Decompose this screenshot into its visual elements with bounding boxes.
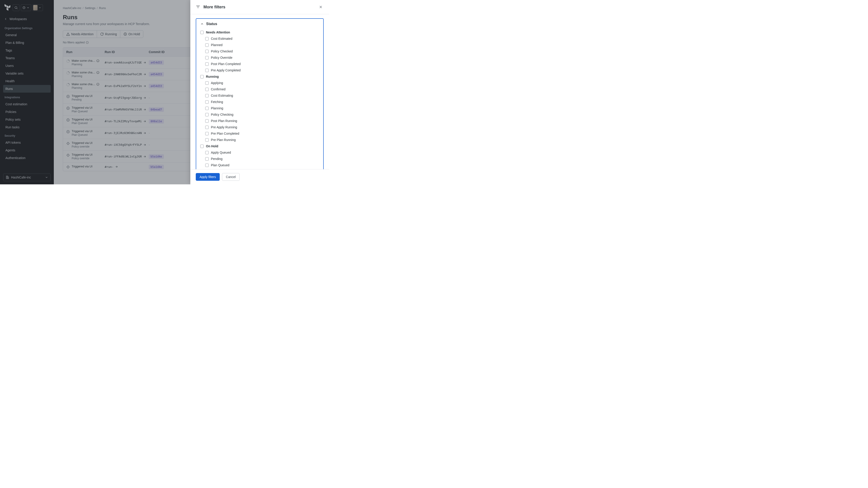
checkbox[interactable]: [205, 164, 209, 167]
close-icon[interactable]: [318, 4, 324, 10]
checkbox[interactable]: [205, 37, 209, 40]
checkbox[interactable]: [205, 94, 209, 97]
filter-icon: [196, 5, 200, 9]
filter-pending[interactable]: Pending: [200, 156, 319, 162]
checkbox[interactable]: [205, 151, 209, 154]
checkbox[interactable]: [200, 144, 204, 148]
filter-on-hold[interactable]: On Hold: [200, 143, 319, 149]
filter-policy-checking[interactable]: Policy Checking: [200, 111, 319, 118]
cancel-button[interactable]: Cancel: [222, 173, 240, 181]
filter-post-plan-completed[interactable]: Post Plan Completed: [200, 61, 319, 67]
filter-fetching[interactable]: Fetching: [200, 99, 319, 105]
filter-pre-plan-running[interactable]: Pre Plan Running: [200, 137, 319, 143]
checkbox[interactable]: [205, 100, 209, 104]
apply-filters-button[interactable]: Apply filters: [196, 173, 220, 181]
filter-planning[interactable]: Planning: [200, 105, 319, 111]
checkbox[interactable]: [205, 119, 209, 123]
filter-pre-plan-completed[interactable]: Pre Plan Completed: [200, 130, 319, 137]
filter-policy-checked[interactable]: Policy Checked: [200, 48, 319, 55]
checkbox[interactable]: [205, 157, 209, 161]
checkbox[interactable]: [205, 126, 209, 129]
checkbox[interactable]: [200, 75, 204, 78]
filter-plan-queued[interactable]: Plan Queued: [200, 162, 319, 168]
filter-cost-estimated[interactable]: Cost Estimated: [200, 35, 319, 42]
checkbox[interactable]: [205, 81, 209, 85]
checkbox[interactable]: [205, 56, 209, 59]
status-filter-group: Status Needs Attention Cost EstimatedPla…: [196, 18, 324, 169]
checkbox[interactable]: [205, 50, 209, 53]
checkbox[interactable]: [205, 69, 209, 72]
checkbox[interactable]: [205, 138, 209, 142]
filter-running[interactable]: Running: [200, 73, 319, 80]
checkbox[interactable]: [200, 31, 204, 34]
checkbox[interactable]: [205, 88, 209, 91]
filter-pre-apply-running[interactable]: Pre Apply Running: [200, 124, 319, 130]
checkbox[interactable]: [205, 43, 209, 47]
filter-apply-queued[interactable]: Apply Queued: [200, 149, 319, 156]
chevron-up-icon: [200, 22, 204, 26]
filter-pre-apply-completed[interactable]: Pre Apply Completed: [200, 67, 319, 73]
checkbox[interactable]: [205, 132, 209, 135]
checkbox[interactable]: [205, 113, 209, 116]
checkbox[interactable]: [205, 107, 209, 110]
more-filters-panel: More filters Status Needs Attention Cost…: [190, 0, 329, 184]
filter-needs-attention[interactable]: Needs Attention: [200, 29, 319, 35]
filter-confirmed[interactable]: Confirmed: [200, 86, 319, 92]
checkbox[interactable]: [205, 62, 209, 66]
status-group-toggle[interactable]: Status: [200, 22, 319, 26]
filter-cost-estimating[interactable]: Cost Estimating: [200, 92, 319, 99]
filter-post-plan-running[interactable]: Post Plan Running: [200, 118, 319, 124]
filter-applying[interactable]: Applying: [200, 80, 319, 86]
panel-title: More filters: [204, 5, 225, 9]
filter-planned[interactable]: Planned: [200, 42, 319, 48]
filter-policy-override[interactable]: Policy Override: [200, 55, 319, 61]
